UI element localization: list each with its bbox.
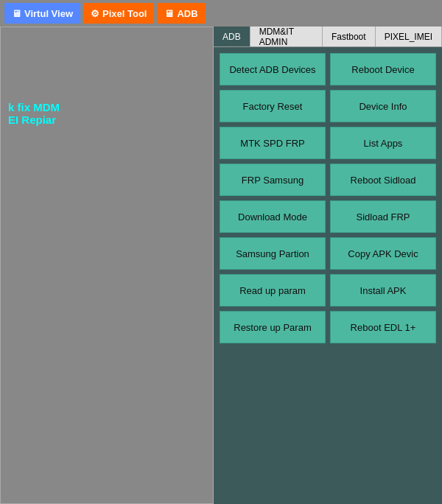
left-panel: k fix MDM EI Repiar (0, 27, 214, 504)
samsung-partion-button[interactable]: Samsung Partion (220, 237, 326, 270)
reboot-device-button[interactable]: Reboot Device (330, 53, 436, 85)
tab-pixel-imei[interactable]: PIXEL_IMEI (376, 27, 442, 46)
tab-mdm[interactable]: MDM&IT ADMIN (250, 27, 323, 46)
download-mode-button[interactable]: Download Mode (220, 200, 326, 233)
adb-button[interactable]: 🖥 ADB (157, 3, 205, 24)
install-apk-button[interactable]: Install APK (330, 274, 436, 307)
left-text-line2: EI Repiar (8, 113, 213, 126)
frp-samsung-button[interactable]: FRP Samsung (220, 164, 326, 196)
toolbar: 🖥 Virtul View ⚙ Pixel Tool 🖥 ADB (0, 0, 442, 27)
adb-icon: 🖥 (164, 8, 174, 19)
main-layout: k fix MDM EI Repiar ADB MDM&IT ADMIN Fas… (0, 27, 442, 504)
reboot-edl-button[interactable]: Reboot EDL 1+ (330, 311, 436, 343)
detect-adb-button[interactable]: Detect ADB Devices (220, 53, 326, 85)
tabs-bar: ADB MDM&IT ADMIN Fastboot PIXEL_IMEI (214, 27, 442, 47)
pixel-tool-button[interactable]: ⚙ Pixel Tool (83, 3, 154, 24)
read-up-param-button[interactable]: Read up param (220, 274, 326, 307)
left-text-line1: k fix MDM (8, 101, 213, 113)
factory-reset-button[interactable]: Factory Reset (220, 90, 326, 122)
pixel-label: Pixel Tool (102, 8, 147, 19)
virtul-icon: 🖥 (12, 8, 21, 19)
right-panel: ADB MDM&IT ADMIN Fastboot PIXEL_IMEI Det… (214, 27, 442, 504)
virtul-view-button[interactable]: 🖥 Virtul View (4, 3, 80, 24)
tab-adb[interactable]: ADB (214, 27, 250, 46)
adb-button-grid: Detect ADB Devices Reboot Device Factory… (214, 47, 442, 349)
list-apps-button[interactable]: List Apps (330, 127, 436, 159)
reboot-sideload-button[interactable]: Reboot Sidload (330, 164, 436, 196)
adb-label: ADB (177, 8, 197, 19)
device-info-button[interactable]: Device Info (330, 90, 436, 122)
tab-fastboot[interactable]: Fastboot (323, 27, 376, 46)
sidload-frp-button[interactable]: Sidload FRP (330, 200, 436, 233)
restore-up-param-button[interactable]: Restore up Param (220, 311, 326, 343)
pixel-icon: ⚙ (91, 8, 99, 19)
virtul-label: Virtul View (24, 8, 73, 19)
copy-apk-button[interactable]: Copy APK Devic (330, 237, 436, 270)
mtk-spd-frp-button[interactable]: MTK SPD FRP (220, 127, 326, 159)
